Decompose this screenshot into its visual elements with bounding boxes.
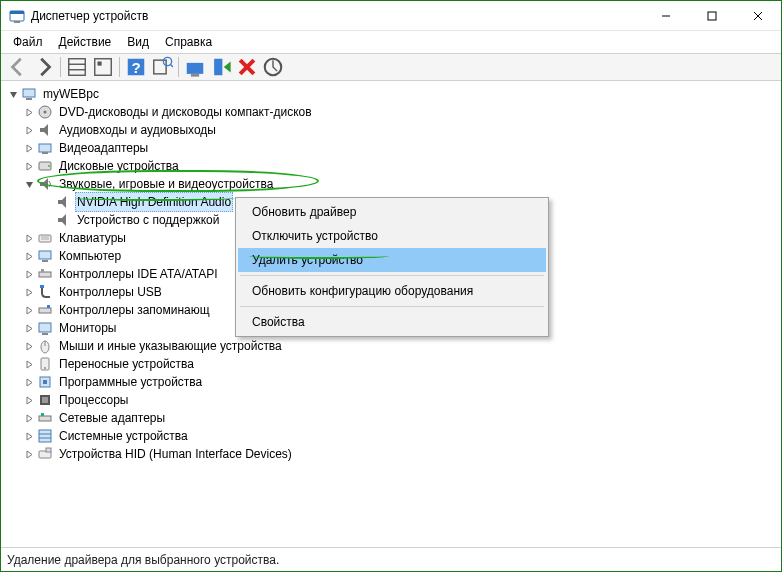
category-icon <box>37 428 53 444</box>
chevron-right-icon[interactable] <box>23 124 35 136</box>
category-label: Дисковые устройства <box>57 157 181 175</box>
update-driver-button[interactable] <box>183 56 207 78</box>
chevron-right-icon[interactable] <box>23 286 35 298</box>
spacer <box>41 196 53 208</box>
menu-action[interactable]: Действие <box>51 33 120 51</box>
svg-rect-37 <box>41 269 44 272</box>
svg-rect-53 <box>39 430 51 442</box>
svg-rect-38 <box>40 285 44 288</box>
svg-rect-24 <box>26 98 32 100</box>
category-icon <box>37 284 53 300</box>
context-menu-item[interactable]: Обновить конфигурацию оборудования <box>238 279 546 303</box>
help-button[interactable]: ? <box>124 56 148 78</box>
context-menu-item[interactable]: Удалить устройство <box>238 248 546 272</box>
context-menu-item[interactable]: Отключить устройство <box>238 224 546 248</box>
chevron-down-icon[interactable] <box>7 88 19 100</box>
chevron-right-icon[interactable] <box>23 304 35 316</box>
svg-rect-19 <box>214 59 222 76</box>
close-button[interactable] <box>735 1 781 31</box>
svg-rect-35 <box>42 260 48 262</box>
show-hide-tree-button[interactable] <box>65 56 89 78</box>
tree-category[interactable]: DVD-дисководы и дисководы компакт-дисков <box>23 103 781 121</box>
chevron-right-icon[interactable] <box>23 250 35 262</box>
statusbar: Удаление драйвера для выбранного устройс… <box>1 547 781 571</box>
toolbar: ? <box>1 53 781 81</box>
chevron-right-icon[interactable] <box>23 358 35 370</box>
svg-rect-11 <box>98 62 102 66</box>
category-icon <box>37 356 53 372</box>
category-icon <box>37 410 53 426</box>
svg-rect-28 <box>42 152 48 154</box>
minimize-button[interactable] <box>643 1 689 31</box>
context-menu-item[interactable]: Обновить драйвер <box>238 200 546 224</box>
tree-category[interactable]: Программные устройства <box>23 373 781 391</box>
chevron-right-icon[interactable] <box>23 430 35 442</box>
category-label: Контроллеры запоминающ <box>57 301 212 319</box>
back-button[interactable] <box>6 56 30 78</box>
category-icon <box>37 248 53 264</box>
tree-category[interactable]: Процессоры <box>23 391 781 409</box>
tree-category[interactable]: Дисковые устройства <box>23 157 781 175</box>
context-menu-separator <box>240 306 544 307</box>
chevron-down-icon[interactable] <box>23 178 35 190</box>
svg-rect-42 <box>42 333 48 335</box>
root-label: myWEBpc <box>41 85 101 103</box>
maximize-button[interactable] <box>689 1 735 31</box>
tree-category[interactable]: Системные устройства <box>23 427 781 445</box>
svg-rect-34 <box>39 251 51 259</box>
svg-rect-4 <box>708 12 716 20</box>
chevron-right-icon[interactable] <box>23 142 35 154</box>
forward-button[interactable] <box>32 56 56 78</box>
tree-category[interactable]: Сетевые адаптеры <box>23 409 781 427</box>
device-tree[interactable]: myWEBpc DVD-дисководы и дисководы компак… <box>1 81 781 547</box>
tree-category[interactable]: Переносные устройства <box>23 355 781 373</box>
category-icon <box>37 104 53 120</box>
chevron-right-icon[interactable] <box>23 322 35 334</box>
chevron-right-icon[interactable] <box>23 106 35 118</box>
svg-rect-27 <box>39 144 51 152</box>
svg-rect-41 <box>39 323 51 332</box>
scan-hardware-button[interactable] <box>150 56 174 78</box>
svg-rect-1 <box>10 11 24 14</box>
menubar: Файл Действие Вид Справка <box>1 31 781 53</box>
category-icon <box>37 158 53 174</box>
speaker-icon <box>55 212 71 228</box>
svg-point-30 <box>48 165 50 167</box>
chevron-right-icon[interactable] <box>23 394 35 406</box>
chevron-right-icon[interactable] <box>23 376 35 388</box>
tree-category[interactable]: Устройства HID (Human Interface Devices) <box>23 445 781 463</box>
menu-view[interactable]: Вид <box>119 33 157 51</box>
chevron-right-icon[interactable] <box>23 160 35 172</box>
svg-rect-39 <box>39 308 51 313</box>
svg-rect-48 <box>43 380 47 384</box>
scan-changes-button[interactable] <box>261 56 285 78</box>
tree-category[interactable]: Звуковые, игровые и видеоустройства <box>23 175 781 193</box>
category-icon <box>37 140 53 156</box>
svg-rect-23 <box>23 89 35 97</box>
category-icon <box>37 320 53 336</box>
enable-device-button[interactable] <box>209 56 233 78</box>
chevron-right-icon[interactable] <box>23 412 35 424</box>
chevron-right-icon[interactable] <box>23 448 35 460</box>
tree-root[interactable]: myWEBpc <box>7 85 781 103</box>
chevron-right-icon[interactable] <box>23 232 35 244</box>
statusbar-text: Удаление драйвера для выбранного устройс… <box>7 553 279 567</box>
category-label: Переносные устройства <box>57 355 196 373</box>
context-menu-separator <box>240 275 544 276</box>
chevron-right-icon[interactable] <box>23 340 35 352</box>
category-label: DVD-дисководы и дисководы компакт-дисков <box>57 103 314 121</box>
category-label: Устройства HID (Human Interface Devices) <box>57 445 294 463</box>
context-menu-item[interactable]: Свойства <box>238 310 546 334</box>
category-label: Мыши и иные указывающие устройства <box>57 337 284 355</box>
uninstall-device-button[interactable] <box>235 56 259 78</box>
tree-category[interactable]: Аудиовходы и аудиовыходы <box>23 121 781 139</box>
tree-category[interactable]: Видеоадаптеры <box>23 139 781 157</box>
chevron-right-icon[interactable] <box>23 268 35 280</box>
properties-button[interactable] <box>91 56 115 78</box>
tree-category[interactable]: Мыши и иные указывающие устройства <box>23 337 781 355</box>
app-icon <box>9 8 25 24</box>
category-label: Клавиатуры <box>57 229 128 247</box>
menu-file[interactable]: Файл <box>5 33 51 51</box>
menu-help[interactable]: Справка <box>157 33 220 51</box>
spacer <box>41 214 53 226</box>
